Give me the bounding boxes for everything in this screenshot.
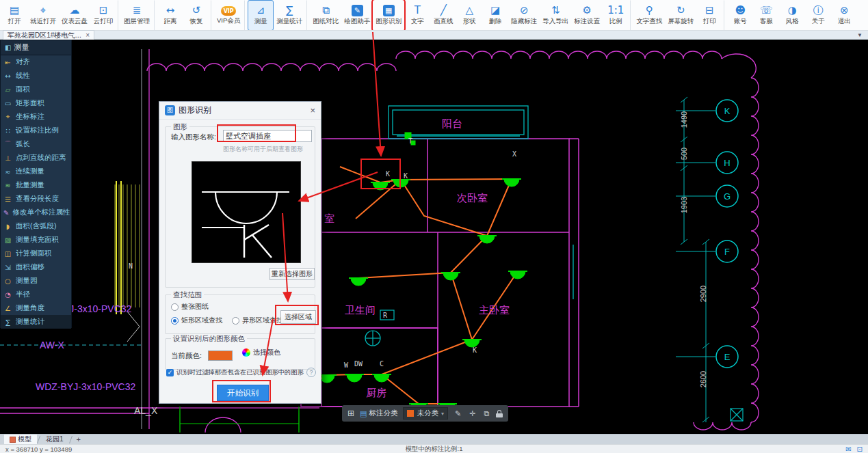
select-area-button[interactable]: 选择区域 [280,310,316,324]
toolbar-style[interactable]: ◑ 风格 [779,0,805,31]
dialog-close-icon[interactable]: × [310,105,315,115]
toolbar-vip[interactable]: VIP VIP会员 [214,0,245,31]
sidebar-item-area[interactable]: ▱ 面积 [1,83,71,96]
tab-close-icon[interactable]: × [86,31,90,40]
sidebar-item-measure-circle[interactable]: ○ 测量园 [1,274,71,288]
toolbar-button-icon: ⓘ [813,5,824,16]
toolbar-layer-manager[interactable]: ≣ 图层管理 [121,0,155,31]
toolbar-button-icon: ⊘ [520,5,529,16]
sidebar-item-edit-annotation[interactable]: ✎ 修改单个标注属性 [1,206,71,219]
sidebar-item-icon: ⌖ [3,113,12,121]
sidebar-item-annotation-scale[interactable]: ∷ 设置标注比例 [1,124,71,137]
help-icon[interactable]: ? [306,368,316,377]
toolbar-screen-rotate[interactable]: ↻ 屏幕旋转 [665,0,696,31]
toolbar-button-label: 文字 [411,17,424,26]
grid-icon[interactable]: ⊞ [347,409,354,418]
toolbar-account[interactable]: ☻ 账号 [727,0,753,31]
cad-canvas[interactable]: K H G F E 1490 500 1903 2900 2600 [0,40,868,434]
sidebar-item-area-with-arc[interactable]: ◗ 面积(含弧段) [1,219,71,233]
toolbar-open-nearby[interactable]: ⌖ 就近打开 [27,0,59,31]
sidebar-item-point-to-line[interactable]: ⊥ 点到直线的距离 [1,151,71,165]
sidebar-item-align[interactable]: ⇤ 对齐 [1,55,71,69]
toolbar-drawing-compare[interactable]: ⧉ 图纸对比 [310,0,341,31]
sidebar-item-label: 坐标标注 [16,112,44,122]
sidebar-item-continuous-measure[interactable]: ≈ 连续测量 [1,165,71,178]
choose-color-button[interactable]: 选择颜色 [242,348,280,357]
toolbar-button-label: 形状 [463,17,476,26]
toolbar-collapse-icon[interactable]: ▼ [857,32,863,38]
toolbar-measure[interactable]: ⊿ 测量 [248,0,274,31]
sidebar-item-linear[interactable]: ↔ 线性 [1,69,71,83]
toolbar-annotation-settings[interactable]: ⚙ 标注设置 [571,0,603,31]
dialog-title-bar[interactable]: 图 图形识别 × [159,102,321,120]
toolbar-support[interactable]: ☏ 客服 [753,0,779,31]
toolbar-measure-stats[interactable]: ∑ 测量统计 [274,0,307,31]
annotation-classify-button[interactable]: ▤ 标注分类 [360,409,397,418]
start-recognition-button[interactable]: 开始识别 [217,385,269,401]
sidebar-item-side-area[interactable]: ◫ 计算侧面积 [1,247,71,260]
toolbar-delete[interactable]: ◪ 删除 [482,0,508,31]
svg-text:AW-X: AW-X [40,340,64,351]
sidebar-item-radius[interactable]: ◔ 半径 [1,288,71,301]
shape-group: 图形 输入图形名称: 图形名称可用于后期查看图形 重新选择图形 [165,126,315,288]
toolbar-distance[interactable]: ↔ 距离 [157,0,183,31]
toolbar-scale[interactable]: 1:1 比例 [603,0,631,31]
shape-preview [192,161,301,263]
sidebar-item-measure-angle[interactable]: ∠ 测量角度 [1,301,71,315]
toolbar-button-icon: ⧉ [322,5,330,16]
sheet-tab-model[interactable]: 模型 [4,435,37,445]
axis-label: G [724,191,731,202]
room-labels: 阳台 次卧室 主卧室 卫生间 厨房 室 [324,118,510,398]
toolbar-button-icon: ⚲ [646,5,653,16]
sidebar-item-measure-stats[interactable]: ∑ 测量统计 [1,315,71,329]
toolbar-draw-line[interactable]: ╱ 画直线 [430,0,456,31]
toolbar-restore[interactable]: ↺ 恢复 [183,0,211,31]
edit-icon[interactable]: ✎ [453,409,462,418]
toolbar-shapes[interactable]: △ 形状 [456,0,482,31]
sidebar-item-fill-area[interactable]: ▨ 测量填充面积 [1,233,71,247]
toolbar-open[interactable]: ▤ 打开 [1,0,27,31]
sidebar-item-area-offset[interactable]: ⇲ 面积偏移 [1,260,71,274]
current-color-swatch[interactable] [208,351,233,361]
sidebar-item-coordinate-annotation[interactable]: ⌖ 坐标标注 [1,110,71,124]
toolbar-exit[interactable]: ⊗ 退出 [831,0,857,31]
radio-whole-drawing[interactable] [171,303,179,311]
lock-icon[interactable] [496,410,503,417]
toolbar-button-icon: ↔ [166,5,175,16]
toolbar-cloud-drive[interactable]: ☁ 仪表云盘 [59,0,90,31]
shape-name-input[interactable] [223,130,312,142]
toolbar-cloud-print[interactable]: ⊡ 云打印 [90,0,118,31]
toolbar-shape-recognition[interactable]: ▦ 图形识别 [373,0,404,31]
measure-sidebar: ◧ 测量 ⇤ 对齐 ↔ 线性 ▱ 面积 ▭ 矩形面积 [0,40,72,328]
sidebar-item-segment-length[interactable]: ☰ 查看分段长度 [1,192,71,206]
toolbar-button-icon: ⚙ [583,5,592,16]
sidebar-header[interactable]: ◧ 测量 [1,40,71,55]
toolbar-button-label: VIP会员 [217,16,240,25]
toolbar-about[interactable]: ⓘ 关于 [805,0,831,31]
document-tab[interactable]: 军苑花园D区1#楼电气… × [3,30,94,40]
sidebar-item-rect-area[interactable]: ▭ 矩形面积 [1,96,71,110]
sheet-tab-garden1[interactable]: 花园1 [40,435,69,445]
toolbar-drawing-assistant[interactable]: ✎ 绘图助手 [341,0,373,31]
sidebar-item-arc-length[interactable]: ⌒ 弧长 [1,137,71,151]
radio-poly-area[interactable] [232,317,239,325]
message-icon[interactable]: ✉ [845,445,851,453]
choose-color-label: 选择颜色 [253,348,280,357]
sidebar-item-batch-measure[interactable]: ≋ 批量测量 [1,178,71,192]
dialog-title: 图形识别 [179,105,211,116]
toolbar-text-search[interactable]: ⚲ 文字查找 [633,0,665,31]
category-dropdown[interactable]: 未分类 ▾ [403,407,448,420]
move-icon[interactable]: ✛ [468,409,477,418]
copy-icon[interactable]: ⧉ [482,409,490,418]
toolbar-print[interactable]: ⊟ 打印 [696,0,724,31]
radio-rect-area[interactable] [171,317,179,325]
main-toolbar: ▤ 打开 ⌖ 就近打开 ☁ 仪表云盘 ⊡ 云打印 ≣ 图层管理 ↔ 距离 ↺ 恢… [0,0,868,31]
toolbar-import-export[interactable]: ⇅ 导入导出 [540,0,571,31]
toolbar-text[interactable]: T 文字 [404,0,430,31]
add-sheet-button[interactable]: + [73,435,85,443]
reselect-shape-button[interactable]: 重新选择图形 [269,268,315,280]
filter-checkbox[interactable] [166,369,174,376]
monitor-icon[interactable]: ⊡ [857,445,863,453]
toolbar-hide-annotations[interactable]: ⊘ 隐藏标注 [508,0,540,31]
toolbar-button-icon: ⊿ [257,5,265,16]
